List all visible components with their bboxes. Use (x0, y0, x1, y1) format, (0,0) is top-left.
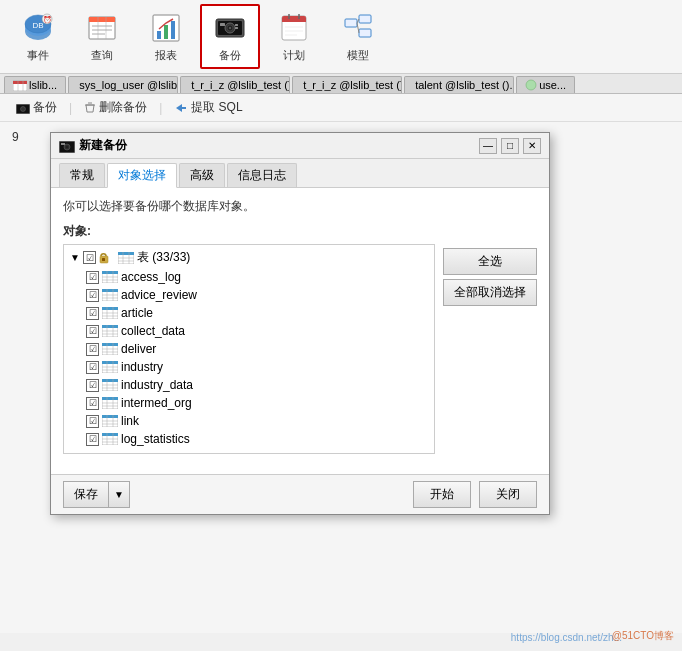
svg-point-61 (66, 145, 69, 148)
save-dropdown: 保存 ▼ (63, 481, 130, 508)
item-checkbox[interactable]: ☑ (86, 379, 99, 392)
dialog-tab-general[interactable]: 常规 (59, 163, 105, 187)
plan-icon (276, 10, 312, 46)
svg-rect-62 (61, 143, 65, 145)
backup-icon (212, 10, 248, 46)
footer-left: 保存 ▼ (63, 481, 130, 508)
svg-rect-64 (102, 258, 105, 261)
toolbar-events[interactable]: DB ⏰ 事件 (8, 4, 68, 69)
dialog-tab-log[interactable]: 信息日志 (227, 163, 297, 187)
toolbar-backup-label: 备份 (219, 48, 241, 63)
dialog-minimize-btn[interactable]: — (479, 138, 497, 154)
table-item-name: log_statistics (121, 432, 190, 446)
item-checkbox[interactable]: ☑ (86, 289, 99, 302)
tab-talent[interactable]: ▶ talent @lslib_test ()... (404, 76, 514, 93)
toolbar-plan-label: 计划 (283, 48, 305, 63)
svg-point-52 (526, 80, 536, 90)
deselect-all-btn[interactable]: 全部取消选择 (443, 279, 537, 306)
table-item[interactable]: ☑ intermed_org (66, 394, 432, 412)
table-icon (102, 397, 118, 409)
delete-backup-btn[interactable]: 删除备份 (76, 97, 155, 118)
svg-rect-84 (102, 307, 118, 310)
toolbar-plan[interactable]: 计划 (264, 4, 324, 69)
table-icon (102, 379, 118, 391)
backup-action-btn[interactable]: 备份 (8, 97, 65, 118)
svg-point-21 (229, 27, 231, 29)
table-icon (102, 343, 118, 355)
table-item[interactable]: ☑ industry_data (66, 376, 432, 394)
object-list[interactable]: ▼ ☑ (63, 244, 435, 454)
table-item[interactable]: ☑ collect_data (66, 322, 432, 340)
select-all-btn[interactable]: 全选 (443, 248, 537, 275)
item-checkbox[interactable]: ☑ (86, 343, 99, 356)
svg-rect-22 (220, 23, 225, 26)
dialog-title-icon (59, 139, 75, 153)
watermark2: @51CTO博客 (612, 629, 674, 643)
svg-rect-34 (359, 15, 371, 23)
dialog-title-bar: 新建备份 — □ ✕ (51, 133, 549, 159)
dialog-tab-advanced[interactable]: 高级 (179, 163, 225, 187)
tree-toggle: ▼ (70, 252, 80, 263)
svg-rect-27 (282, 20, 306, 22)
table-icon (102, 271, 118, 283)
toolbar-model[interactable]: 模型 (328, 4, 388, 69)
table-item-name: industry_data (121, 378, 193, 392)
table-item-name: advice_review (121, 288, 197, 302)
item-checkbox[interactable]: ☑ (86, 271, 99, 284)
table-item[interactable]: ☑ log_statistics (66, 430, 432, 448)
toolbar-query-label: 查询 (91, 48, 113, 63)
save-dropdown-arrow[interactable]: ▼ (108, 481, 130, 508)
item-checkbox[interactable]: ☑ (86, 361, 99, 374)
table-item[interactable]: ☑ deliver (66, 340, 432, 358)
svg-rect-108 (102, 379, 118, 382)
svg-rect-126 (102, 433, 118, 436)
main-area: 9 新建备份 — □ ✕ 常规 对象选择 (0, 122, 682, 633)
toolbar-report-label: 报表 (155, 48, 177, 63)
dialog-title-text: 新建备份 (79, 137, 475, 154)
svg-rect-72 (102, 271, 118, 274)
item-checkbox[interactable]: ☑ (86, 415, 99, 428)
table-icon (102, 415, 118, 427)
table-item-name: collect_data (121, 324, 185, 338)
backup-action-icon (16, 102, 30, 114)
svg-rect-7 (89, 17, 115, 22)
item-checkbox[interactable]: ☑ (86, 325, 99, 338)
table-item[interactable]: ☑ access_log (66, 268, 432, 286)
tab-use[interactable]: use... (516, 76, 575, 93)
toolbar-query[interactable]: 查询 (72, 4, 132, 69)
table-item-name: link (121, 414, 139, 428)
tab-triz-1[interactable]: ▶ t_r_i_z @lslib_test ()... (180, 76, 290, 93)
dialog-tab-objects[interactable]: 对象选择 (107, 163, 177, 188)
dialog-maximize-btn[interactable]: □ (501, 138, 519, 154)
fetch-sql-btn[interactable]: 提取 SQL (166, 97, 250, 118)
table-items-container: ☑ access_log ☑ advice_review ☑ (66, 268, 432, 448)
start-btn[interactable]: 开始 (413, 481, 471, 508)
close-btn[interactable]: 关闭 (479, 481, 537, 508)
table-item[interactable]: ☑ article (66, 304, 432, 322)
toolbar-report[interactable]: 报表 (136, 4, 196, 69)
table-icon (102, 433, 118, 445)
toolbar-backup[interactable]: 备份 (200, 4, 260, 69)
svg-rect-33 (345, 19, 357, 27)
svg-rect-90 (102, 325, 118, 328)
footer-right: 开始 关闭 (413, 481, 537, 508)
model-icon (340, 10, 376, 46)
toolbar-events-label: 事件 (27, 48, 49, 63)
main-toolbar: DB ⏰ 事件 查询 (0, 0, 682, 74)
dialog-close-btn[interactable]: ✕ (523, 138, 541, 154)
item-checkbox[interactable]: ☑ (86, 307, 99, 320)
tab-sys-log-user[interactable]: sys_log_user @lslib... (68, 76, 178, 93)
item-checkbox[interactable]: ☑ (86, 433, 99, 446)
svg-rect-23 (235, 24, 238, 26)
table-item[interactable]: ☑ link (66, 412, 432, 430)
tab-lslib[interactable]: lslib... (4, 76, 66, 93)
root-checkbox[interactable]: ☑ (83, 251, 96, 264)
item-checkbox[interactable]: ☑ (86, 397, 99, 410)
table-item-name: intermed_org (121, 396, 192, 410)
table-item[interactable]: ☑ advice_review (66, 286, 432, 304)
tree-root[interactable]: ▼ ☑ (66, 247, 432, 268)
save-btn[interactable]: 保存 (63, 481, 108, 508)
tab-triz-2[interactable]: t_r_i_z @lslib_test ()... (292, 76, 402, 93)
table-item[interactable]: ☑ industry (66, 358, 432, 376)
svg-line-37 (357, 23, 359, 33)
